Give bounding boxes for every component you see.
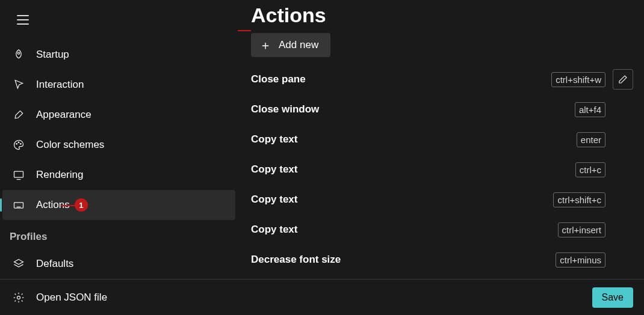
- action-label: Decrease font size: [251, 254, 556, 266]
- sidebar-item-startup[interactable]: Startup: [0, 40, 238, 70]
- svg-rect-4: [14, 171, 23, 177]
- sidebar-item-rendering[interactable]: Rendering: [0, 160, 238, 190]
- svg-point-2: [18, 142, 19, 143]
- action-row[interactable]: Close window alt+f4: [251, 94, 633, 124]
- key-binding: alt+f4: [575, 102, 605, 117]
- page-title: Actions: [251, 4, 633, 27]
- cursor-icon: [11, 77, 26, 93]
- sidebar-item-actions[interactable]: Actions 1: [2, 190, 235, 220]
- key-binding: ctrl+minus: [556, 252, 605, 268]
- sidebar-item-label: Color schemes: [36, 139, 104, 151]
- hamburger-menu-button[interactable]: [10, 10, 36, 30]
- plus-icon: ＋: [259, 39, 271, 51]
- action-label: Copy text: [251, 164, 575, 176]
- action-label: Close pane: [251, 73, 551, 85]
- sidebar-item-label: Defaults: [36, 258, 73, 270]
- key-binding: enter: [577, 132, 605, 147]
- open-json-label: Open JSON file: [36, 292, 107, 304]
- gear-icon: [11, 290, 26, 305]
- sidebar-item-defaults[interactable]: Defaults: [0, 249, 238, 279]
- pencil-icon: [618, 74, 628, 85]
- add-new-label: Add new: [279, 39, 318, 51]
- annotation-marker-1: 1: [75, 198, 88, 212]
- action-row[interactable]: Close pane ctrl+shift+w: [251, 64, 633, 94]
- svg-point-6: [17, 296, 20, 299]
- svg-point-1: [16, 144, 17, 145]
- sidebar-item-label: Rendering: [36, 169, 83, 181]
- footer: Open JSON file Save: [0, 279, 644, 315]
- open-json-file-button[interactable]: Open JSON file: [11, 290, 107, 305]
- action-label: Copy text: [251, 224, 558, 236]
- layers-icon: [11, 256, 26, 272]
- action-row[interactable]: Copy text ctrl+insert: [251, 215, 633, 245]
- save-button[interactable]: Save: [592, 287, 633, 308]
- svg-point-3: [20, 144, 22, 145]
- actions-list: Close pane ctrl+shift+w Close window alt…: [251, 64, 633, 275]
- sidebar-item-interaction[interactable]: Interaction: [0, 70, 238, 100]
- edit-action-button[interactable]: [613, 69, 633, 90]
- sidebar: Startup Interaction Appearance Color sch…: [0, 0, 238, 279]
- action-row[interactable]: Copy text ctrl+shift+c: [251, 185, 633, 215]
- action-label: Copy text: [251, 194, 553, 206]
- action-row[interactable]: Decrease font size ctrl+minus: [251, 245, 633, 275]
- key-binding: ctrl+shift+c: [553, 192, 605, 207]
- action-label: Close window: [251, 103, 575, 115]
- key-binding: ctrl+shift+w: [551, 72, 605, 87]
- main-panel: Actions 2 ＋ Add new Close pane ctrl+shif…: [238, 0, 644, 279]
- action-label: Copy text: [251, 133, 577, 145]
- palette-icon: [11, 137, 26, 153]
- sidebar-item-label: Startup: [36, 49, 69, 61]
- monitor-icon: [11, 167, 26, 183]
- key-binding: ctrl+c: [575, 162, 605, 177]
- key-binding: ctrl+insert: [558, 222, 605, 237]
- keyboard-icon: [11, 197, 26, 213]
- action-row[interactable]: Copy text ctrl+c: [251, 154, 633, 185]
- sidebar-item-label: Appearance: [36, 109, 91, 121]
- svg-point-0: [17, 52, 19, 54]
- sidebar-item-appearance[interactable]: Appearance: [0, 100, 238, 130]
- launch-icon: [11, 47, 26, 63]
- action-row[interactable]: Copy text enter: [251, 124, 633, 154]
- sidebar-item-label: Interaction: [36, 79, 84, 91]
- brush-icon: [11, 107, 26, 123]
- add-new-button[interactable]: ＋ Add new: [251, 33, 330, 57]
- profiles-header: Profiles: [0, 220, 238, 249]
- sidebar-item-color-schemes[interactable]: Color schemes: [0, 130, 238, 160]
